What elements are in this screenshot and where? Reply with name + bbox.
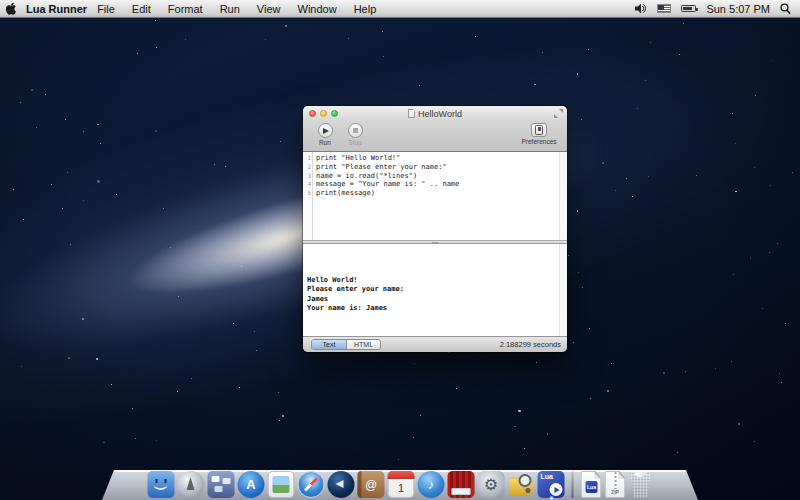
dock-icon-glyph: @ xyxy=(358,471,385,498)
window-footer: TextHTML 2.188299 seconds xyxy=(303,336,567,352)
output-line: Please enter your name: xyxy=(307,285,557,295)
dock-icon-address-book[interactable]: @ xyxy=(358,471,385,498)
dock-icon-lua-runner[interactable]: Lua xyxy=(538,471,565,498)
dock-icon-separator xyxy=(572,471,574,498)
run-label: Run xyxy=(311,139,339,146)
code-editor[interactable]: 1 print "Hello World!" 2 print "Please e… xyxy=(303,152,567,240)
dock-icon-photo-booth[interactable] xyxy=(448,471,475,498)
dock: A @ 1 ♪ xyxy=(148,471,653,498)
code-line: 1 print "Hello World!" xyxy=(303,154,559,163)
minimize-button[interactable] xyxy=(320,110,327,117)
dock-icon-glyph: ZIP xyxy=(606,472,625,497)
code-text: print "Hello World!" xyxy=(313,154,400,163)
dock-icon-lua-document[interactable]: Lua xyxy=(581,471,602,498)
app-window: HelloWorld Run Stop Preferences xyxy=(303,106,567,352)
dock-icon-glyph xyxy=(629,471,653,498)
dock-icon-finder[interactable] xyxy=(148,471,175,498)
dock-icon-app-store[interactable]: A xyxy=(238,471,265,498)
output-mode-tabs: TextHTML xyxy=(311,339,381,350)
dock-icon-glyph xyxy=(208,471,235,498)
elapsed-time: 2.188299 seconds xyxy=(500,340,561,349)
menu-item-run[interactable]: Run xyxy=(220,3,240,15)
active-app-name[interactable]: Lua Runner xyxy=(26,3,87,15)
menu-items: FileEditFormatRunViewWindowHelp xyxy=(97,3,376,15)
close-button[interactable] xyxy=(309,110,316,117)
apple-icon xyxy=(6,2,17,15)
battery-icon[interactable] xyxy=(681,5,696,12)
spotlight-icon[interactable] xyxy=(780,3,791,15)
preferences-icon xyxy=(531,123,547,137)
dock-icon-glyph xyxy=(448,471,475,498)
dock-icon-finder-search[interactable] xyxy=(508,471,535,498)
dock-icon-glyph: 1 xyxy=(389,472,414,497)
menu-bar: Lua Runner FileEditFormatRunViewWindowHe… xyxy=(0,0,800,18)
line-number: 5 xyxy=(303,189,313,198)
title-bar[interactable]: HelloWorld xyxy=(303,106,567,121)
dock-icon-glyph: ⚙ xyxy=(478,471,505,498)
menu-bar-clock[interactable]: Sun 5:07 PM xyxy=(706,3,770,15)
dock-icon-glyph xyxy=(178,471,205,498)
output-line: Hello World! xyxy=(307,276,557,286)
menu-item-help[interactable]: Help xyxy=(354,3,377,15)
dock-icon-itunes[interactable]: ♪ xyxy=(418,471,445,498)
run-button[interactable]: Run xyxy=(311,123,339,146)
preferences-button[interactable]: Preferences xyxy=(517,123,561,145)
apple-menu[interactable] xyxy=(0,2,22,15)
dock-icon-system-preferences[interactable]: ⚙ xyxy=(478,471,505,498)
menu-item-file[interactable]: File xyxy=(97,3,115,15)
dock-icon-launchpad[interactable] xyxy=(178,471,205,498)
volume-icon[interactable] xyxy=(635,3,647,14)
dock-icon-glyph: Lua xyxy=(538,471,565,498)
code-text: name = io.read("*lines") xyxy=(313,172,417,181)
dock-icon-preview[interactable] xyxy=(268,471,295,498)
code-line: 5 print(message) xyxy=(303,189,559,198)
line-number: 3 xyxy=(303,172,313,181)
menu-item-edit[interactable]: Edit xyxy=(132,3,151,15)
dock-icon-ichat[interactable] xyxy=(328,471,355,498)
code-line: 4 message = "Your name is: " .. name xyxy=(303,180,559,189)
menu-item-view[interactable]: View xyxy=(257,3,281,15)
output-pane: Hello World!Please enter your name:James… xyxy=(303,244,567,336)
window-title-text: HelloWorld xyxy=(418,109,462,119)
window-title: HelloWorld xyxy=(408,109,462,119)
editor-scrollbar[interactable] xyxy=(559,152,567,240)
code-lines: 1 print "Hello World!" 2 print "Please e… xyxy=(303,154,559,198)
window-controls xyxy=(309,110,338,117)
dock-icon-glyph xyxy=(508,471,535,498)
code-text: print "Please enter your name:" xyxy=(313,163,447,172)
stop-label: Stop xyxy=(341,139,369,146)
menu-item-format[interactable]: Format xyxy=(168,3,203,15)
stop-button[interactable]: Stop xyxy=(341,123,369,146)
document-proxy-icon[interactable] xyxy=(408,109,415,118)
line-number: 2 xyxy=(303,163,313,172)
code-line: 2 print "Please enter your name:" xyxy=(303,163,559,172)
dock-icon-glyph: Lua xyxy=(586,481,598,493)
output-lines: Hello World!Please enter your name:James… xyxy=(307,247,557,314)
dock-icon-glyph xyxy=(299,472,324,497)
code-text: message = "Your name is: " .. name xyxy=(313,180,459,189)
line-number: 4 xyxy=(303,180,313,189)
line-number: 1 xyxy=(303,154,313,163)
dock-icon-glyph xyxy=(572,471,574,498)
dock-icon-zip-document[interactable]: ZIP xyxy=(605,471,626,498)
fullscreen-icon[interactable] xyxy=(554,109,563,118)
desktop: Lua Runner FileEditFormatRunViewWindowHe… xyxy=(0,0,800,500)
dock-icon-safari[interactable] xyxy=(298,471,325,498)
output-line: James xyxy=(307,295,557,305)
menu-item-window[interactable]: Window xyxy=(298,3,337,15)
stop-icon xyxy=(348,123,363,138)
input-language-flag-icon[interactable] xyxy=(657,4,671,13)
tab-text[interactable]: Text xyxy=(312,340,346,349)
dock-icon-glyph: ♪ xyxy=(418,471,445,498)
code-line: 3 name = io.read("*lines") xyxy=(303,172,559,181)
preferences-label: Preferences xyxy=(517,138,561,145)
zoom-button[interactable] xyxy=(331,110,338,117)
tab-html[interactable]: HTML xyxy=(346,340,380,349)
menu-bar-status: Sun 5:07 PM xyxy=(635,3,800,15)
run-icon xyxy=(318,123,333,138)
running-indicator xyxy=(549,496,554,500)
dock-icon-mission-control[interactable] xyxy=(208,471,235,498)
dock-icon-ical[interactable]: 1 xyxy=(388,471,415,498)
output-scrollbar[interactable] xyxy=(559,244,567,336)
dock-icon-trash[interactable] xyxy=(629,471,653,498)
